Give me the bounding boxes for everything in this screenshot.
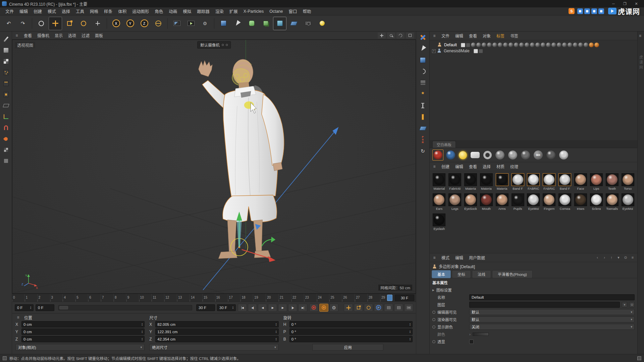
attr-dropdown-render-visibility[interactable]: 默认: [469, 316, 635, 322]
keyframe-dot[interactable]: [432, 311, 435, 314]
material-item-ears[interactable]: Ears: [431, 193, 447, 210]
paint-mode-button[interactable]: [1, 134, 11, 143]
material-item-legs[interactable]: Legs: [447, 193, 463, 210]
snap-star-button[interactable]: *: [419, 90, 427, 99]
menubar-item-13[interactable]: 跟踪器: [194, 7, 212, 15]
layer-target-icon[interactable]: ⊙: [629, 302, 635, 307]
attr-dropdown-display-color[interactable]: 关闭: [469, 324, 635, 330]
layout-corner-icon[interactable]: [637, 356, 641, 360]
menubar-item-6[interactable]: 网格: [87, 7, 101, 15]
attr-input-name[interactable]: Default: [469, 294, 635, 300]
keyframe-dot[interactable]: [432, 340, 435, 343]
range-start-field[interactable]: 0 F: [36, 304, 54, 311]
stepper-icon[interactable]: [276, 338, 277, 341]
edge-mode-button[interactable]: [1, 79, 11, 88]
texture-mode-button[interactable]: [1, 57, 11, 66]
frame-7[interactable]: 7: [101, 294, 113, 302]
material-item-eyelash[interactable]: Eyelash: [431, 214, 447, 231]
snap-mode-button[interactable]: [1, 123, 11, 132]
menubar-item-17[interactable]: Octane: [267, 8, 285, 14]
material-item-face[interactable]: Face: [573, 173, 589, 190]
frame-1[interactable]: 1: [24, 294, 37, 302]
attr-row-render-visibility[interactable]: 渲染器可见默认: [432, 316, 635, 323]
frame-0[interactable]: 0: [12, 294, 24, 302]
ime-tool-icon[interactable]: [584, 8, 590, 14]
nav-forward-icon[interactable]: ›: [602, 255, 607, 260]
material-tag-icon[interactable]: [514, 43, 519, 47]
material-item-irises[interactable]: Irises: [573, 193, 589, 210]
coord-field-rotation-p[interactable]: 0 °: [289, 328, 413, 335]
material-menu-4[interactable]: 材质: [494, 163, 507, 170]
menubar-item-16[interactable]: X-Particles: [241, 8, 266, 14]
attr-row-xray[interactable]: 透显: [432, 338, 635, 345]
menubar-item-18[interactable]: 窗口: [286, 7, 300, 15]
object-row-genesis8male[interactable]: +Genesis8Male: [431, 48, 636, 54]
fields-button[interactable]: [287, 17, 301, 30]
om-menu-2[interactable]: 查看: [466, 33, 480, 39]
frame-27[interactable]: 27: [355, 294, 367, 302]
material-tag-icon[interactable]: [487, 43, 492, 47]
zoom-view-button[interactable]: [387, 33, 395, 39]
material-tag-icon[interactable]: [535, 43, 540, 47]
frame-20[interactable]: 20: [266, 294, 278, 302]
material-item-bandf[interactable]: Band F: [557, 173, 573, 190]
camera-button[interactable]: [301, 17, 315, 30]
material-item-torso[interactable]: Torso: [620, 173, 636, 190]
panel-menu-icon[interactable]: [432, 164, 437, 169]
light-button[interactable]: [315, 17, 329, 30]
menubar-item-12[interactable]: 模拟: [180, 7, 194, 15]
om-menu-5[interactable]: 书签: [507, 33, 521, 39]
material-tag-icon[interactable]: [589, 43, 594, 47]
panel-menu-icon[interactable]: [432, 33, 437, 39]
frame-15[interactable]: 15: [202, 294, 215, 302]
material-gray2[interactable]: [507, 149, 518, 161]
collapse-arrow-icon[interactable]: [432, 288, 434, 292]
redo-button[interactable]: ↷: [16, 17, 30, 30]
frame-24[interactable]: 24: [317, 294, 329, 302]
coord-field-rotation-b[interactable]: 0 °: [289, 336, 413, 342]
next-frame-button[interactable]: ▶: [278, 304, 287, 312]
goto-end-button[interactable]: ▶|: [298, 304, 307, 312]
frame-17[interactable]: 17: [228, 294, 240, 302]
frame-22[interactable]: 22: [291, 294, 304, 302]
coord-field-position-y[interactable]: 0 cm: [21, 328, 145, 335]
camera-hud-dot[interactable]: [222, 44, 224, 46]
tab-基本[interactable]: 基本: [432, 270, 451, 278]
frame-9[interactable]: 9: [126, 294, 139, 302]
undo-button[interactable]: ↶: [2, 17, 15, 30]
layer-mode-button[interactable]: [1, 157, 11, 165]
material-item-sclera[interactable]: Sclera: [588, 193, 604, 210]
layer-menu-icon[interactable]: ▾: [622, 302, 627, 307]
material-tag-icon[interactable]: [476, 43, 481, 47]
stepper-icon[interactable]: [276, 330, 277, 334]
panel-menu-icon[interactable]: [638, 33, 643, 39]
frame-3[interactable]: 3: [50, 294, 63, 302]
material-menu-3[interactable]: 选择: [480, 163, 493, 170]
menubar-item-4[interactable]: 选择: [59, 7, 73, 15]
stepper-icon[interactable]: [142, 330, 143, 334]
live-selection-button[interactable]: [35, 17, 48, 30]
record-parameter-button[interactable]: P: [374, 304, 383, 312]
menubar-item-8[interactable]: 体积: [115, 7, 129, 15]
attr-row-editor-visibility[interactable]: 编辑器可见默认: [432, 309, 635, 315]
material-item-materia[interactable]: Materia: [463, 173, 479, 190]
record-scale-button[interactable]: [354, 304, 363, 312]
workplane-mode-button[interactable]: [1, 101, 11, 110]
attr-row-icon-settings[interactable]: 图标设置: [432, 287, 635, 293]
material-gray1[interactable]: [494, 149, 505, 161]
lock-icon[interactable]: ⊙: [623, 255, 628, 260]
frame-28[interactable]: 28: [367, 294, 380, 302]
attr-row-layer[interactable]: 图层▾⊙: [432, 301, 635, 308]
frame-14[interactable]: 14: [190, 294, 202, 302]
prev-frame-button[interactable]: ◀: [258, 304, 267, 312]
preview-range-slider[interactable]: [58, 305, 192, 310]
record-keyframe-button[interactable]: [309, 304, 318, 312]
ime-tool-icon[interactable]: [591, 8, 597, 14]
material-item-toenails[interactable]: Toenails: [604, 193, 620, 210]
menubar-item-3[interactable]: 模式: [45, 7, 59, 15]
material-tag-icon[interactable]: [568, 43, 572, 47]
point-mode-button[interactable]: [1, 68, 11, 77]
frame-12[interactable]: 12: [164, 294, 177, 302]
ime-tool-icon[interactable]: [577, 8, 583, 14]
nav-up-icon[interactable]: ↑: [609, 255, 614, 260]
